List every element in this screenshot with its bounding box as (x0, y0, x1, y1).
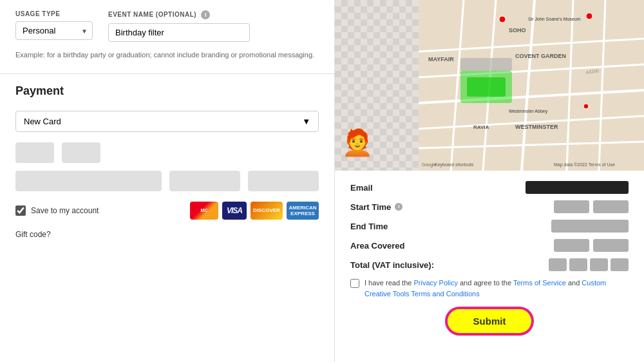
svg-text:Keyboard shortcuts: Keyboard shortcuts (435, 162, 474, 167)
start-time-label: Start Time i (350, 202, 402, 212)
usage-type-select-wrapper[interactable]: Personal Business ▼ (15, 21, 93, 40)
end-time-row: End Time (350, 220, 629, 233)
tos-checkbox[interactable] (350, 279, 359, 288)
privacy-policy-link[interactable]: Privacy Policy (413, 279, 457, 287)
card-field-1[interactable] (15, 142, 54, 163)
start-time-info-icon[interactable]: i (395, 203, 402, 211)
card-expiry-field[interactable] (169, 171, 240, 191)
event-name-input[interactable] (108, 23, 250, 42)
end-time-value (551, 220, 629, 233)
start-time-row: Start Time i (350, 200, 629, 213)
visa-logo: VISA (222, 202, 247, 220)
svg-text:Sir John Soane's Museum: Sir John Soane's Museum (528, 17, 581, 21)
area-value-1 (554, 239, 589, 252)
discover-logo: DISCOVER (251, 202, 283, 220)
terms-of-service-link[interactable]: Terms of Service (513, 279, 566, 287)
gift-code-link[interactable]: Gift code? (15, 230, 319, 239)
card-cvv-field[interactable] (248, 171, 319, 191)
usage-type-select[interactable]: Personal Business (15, 21, 93, 40)
field-row: USAGE TYPE Personal Business ▼ EVENT NAM… (15, 10, 319, 42)
svg-text:RAVIA: RAVIA (473, 124, 489, 130)
tos-text: I have read the Privacy Policy and agree… (365, 278, 629, 299)
save-label[interactable]: Save to my account (15, 205, 99, 216)
area-covered-row: Area Covered (350, 239, 629, 252)
save-row: Save to my account MC VISA DISCOVER AMER… (15, 202, 319, 220)
email-label: Email (350, 183, 373, 193)
event-name-group: EVENT NAME (OPTIONAL) i (108, 10, 250, 42)
event-name-label: EVENT NAME (OPTIONAL) i (108, 10, 250, 19)
payment-section: Payment New Card ▼ Save to my account MC (0, 74, 334, 252)
info-icon[interactable]: i (201, 10, 210, 19)
end-time-label: End Time (350, 222, 388, 231)
new-card-dropdown[interactable]: New Card ▼ (15, 111, 319, 132)
svg-point-21 (499, 16, 506, 23)
new-card-chevron-icon: ▼ (302, 117, 310, 126)
start-time-value-2 (593, 200, 629, 213)
start-time-value-1 (554, 200, 589, 213)
left-panel: USAGE TYPE Personal Business ▼ EVENT NAM… (0, 0, 335, 362)
email-value (526, 181, 629, 194)
payment-title: Payment (15, 84, 319, 98)
map-svg: SOHO MAYFAIR COVENT GARDEN RAVIA WESTMIN… (335, 0, 644, 171)
svg-text:COVENT GARDEN: COVENT GARDEN (515, 53, 566, 59)
submit-button[interactable]: Submit (445, 307, 535, 336)
area-covered-label: Area Covered (350, 241, 405, 251)
amex-logo: AMERICAN EXPRESS (287, 202, 319, 220)
card-logos: MC VISA DISCOVER AMERICAN EXPRESS (190, 202, 319, 220)
svg-point-22 (586, 13, 592, 19)
total-chip-3 (590, 258, 608, 271)
usage-type-group: USAGE TYPE Personal Business ▼ (15, 10, 93, 40)
total-chip-1 (549, 258, 567, 271)
usage-type-label: USAGE TYPE (15, 10, 93, 17)
total-chip-2 (569, 258, 587, 271)
save-checkbox[interactable] (15, 205, 26, 216)
start-time-values (554, 200, 629, 213)
svg-text:Westminster Abbey: Westminster Abbey (509, 109, 548, 114)
svg-rect-12 (467, 77, 506, 97)
area-value-2 (593, 239, 629, 252)
svg-rect-13 (460, 58, 512, 71)
card-details-row (15, 171, 319, 191)
email-row: Email (350, 181, 629, 194)
submit-wrapper: Submit (350, 307, 629, 336)
helper-text: Example: for a birthday party or graduat… (15, 50, 319, 61)
mastercard-logo: MC (190, 202, 218, 220)
info-panel: Email Start Time i End Time Area Covered (335, 171, 644, 362)
map-container: 🧑‍🦰 SOHO MAYFAIR COVENT GARDEN (335, 0, 644, 171)
card-field-2[interactable] (62, 142, 100, 163)
event-section: USAGE TYPE Personal Business ▼ EVENT NAM… (0, 0, 334, 74)
card-name-field[interactable] (15, 171, 162, 191)
new-card-label: New Card (24, 117, 61, 126)
total-chip-4 (611, 258, 629, 271)
card-number-row (15, 142, 319, 163)
svg-text:WESTMINSTER: WESTMINSTER (515, 124, 558, 130)
total-row: Total (VAT inclusive): (350, 258, 629, 271)
area-values (554, 239, 629, 252)
svg-text:MAYFAIR: MAYFAIR (428, 56, 454, 62)
save-label-text: Save to my account (31, 206, 99, 215)
right-panel: 🧑‍🦰 SOHO MAYFAIR COVENT GARDEN (335, 0, 644, 362)
total-values (549, 258, 629, 271)
svg-point-23 (583, 104, 589, 109)
total-label: Total (VAT inclusive): (350, 260, 434, 270)
svg-text:SOHO: SOHO (509, 27, 526, 33)
svg-text:Map data ©2022   Terms of Use: Map data ©2022 Terms of Use (554, 162, 615, 167)
tos-row: I have read the Privacy Policy and agree… (350, 278, 629, 299)
